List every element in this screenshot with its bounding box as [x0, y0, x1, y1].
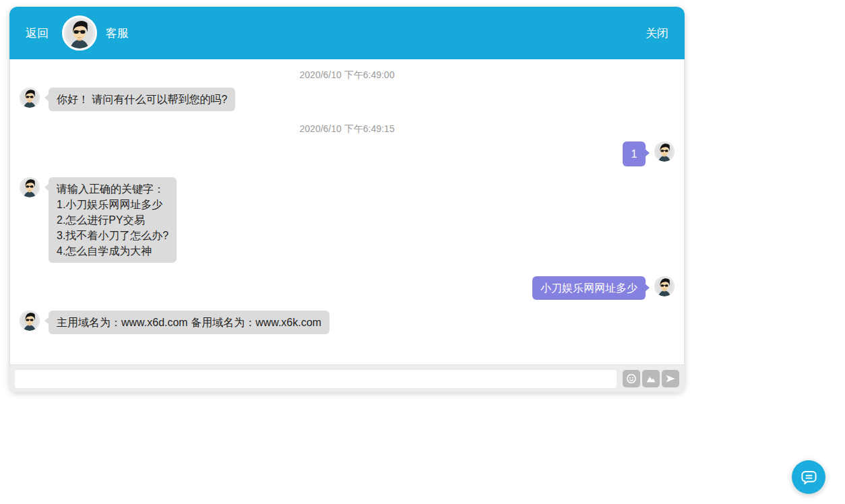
close-button[interactable]: 关闭	[646, 26, 668, 41]
message-bubble: 1	[623, 141, 646, 166]
man-sunglasses-avatar-icon	[20, 177, 40, 197]
header-avatar	[62, 15, 97, 51]
emoji-icon	[625, 373, 637, 385]
chat-panel: 返回 客服 关闭 2020/6/10 下午6:49:00 你好！ 请问有什么可以…	[9, 7, 685, 392]
message-row-user: 小刀娱乐网网址多少	[10, 276, 684, 300]
man-sunglasses-avatar-icon	[64, 18, 95, 49]
message-bubble: 主用域名为：www.x6d.com 备用域名为：www.x6k.com	[49, 311, 330, 334]
man-sunglasses-avatar-icon	[20, 311, 40, 331]
user-avatar	[654, 276, 675, 296]
send-button[interactable]	[662, 370, 679, 387]
bot-avatar	[20, 311, 40, 331]
composer	[9, 365, 685, 392]
chat-bubble-icon	[800, 468, 818, 486]
user-avatar	[654, 141, 675, 162]
bot-avatar	[20, 88, 40, 108]
message-bubble: 你好！ 请问有什么可以帮到您的吗?	[49, 88, 235, 111]
message-bubble: 小刀娱乐网网址多少	[532, 276, 646, 300]
message-row-user: 1	[10, 141, 684, 166]
message-row-bot: 主用域名为：www.x6d.com 备用域名为：www.x6k.com	[10, 311, 684, 334]
man-sunglasses-avatar-icon	[654, 141, 675, 162]
bot-avatar	[20, 177, 40, 197]
chat-header: 返回 客服 关闭	[9, 7, 685, 59]
chat-title: 客服	[106, 26, 129, 41]
floating-chat-button[interactable]	[792, 460, 825, 494]
image-icon	[645, 373, 657, 385]
message-input[interactable]	[15, 370, 617, 388]
send-icon	[664, 373, 677, 385]
message-bubble: 请输入正确的关键字： 1.小刀娱乐网网址多少 2.怎么进行PY交易 3.找不着小…	[49, 177, 177, 263]
image-button[interactable]	[642, 370, 660, 387]
back-button[interactable]: 返回	[26, 26, 49, 41]
emoji-button[interactable]	[623, 370, 640, 387]
timestamp: 2020/6/10 下午6:49:00	[10, 69, 684, 82]
message-row-bot: 请输入正确的关键字： 1.小刀娱乐网网址多少 2.怎么进行PY交易 3.找不着小…	[10, 177, 684, 263]
message-list: 2020/6/10 下午6:49:00 你好！ 请问有什么可以帮到您的吗? 20…	[9, 59, 685, 365]
man-sunglasses-avatar-icon	[654, 276, 675, 296]
man-sunglasses-avatar-icon	[20, 88, 40, 108]
timestamp: 2020/6/10 下午6:49:15	[10, 123, 684, 135]
message-row-bot: 你好！ 请问有什么可以帮到您的吗?	[10, 88, 684, 111]
